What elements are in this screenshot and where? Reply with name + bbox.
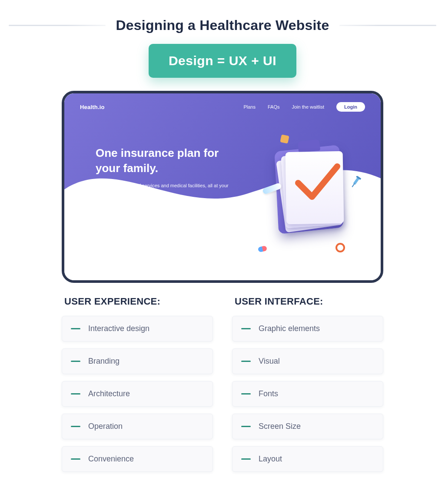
list-item: Convenience bbox=[62, 446, 213, 472]
dash-icon bbox=[71, 458, 80, 460]
ux-title: USER EXPERIENCE: bbox=[64, 296, 213, 307]
list-item: Branding bbox=[62, 348, 213, 374]
mockup-nav-links: Plans FAQs Join the waitlist Login bbox=[243, 102, 365, 112]
ux-column: USER EXPERIENCE: Interactive design Bran… bbox=[62, 296, 213, 479]
mockup-brand: Health.io bbox=[80, 104, 105, 110]
item-label: Fonts bbox=[259, 389, 278, 398]
nav-link-waitlist[interactable]: Join the waitlist bbox=[292, 104, 324, 109]
hero-headline: One insurance plan for your family. bbox=[96, 146, 243, 176]
item-label: Screen Size bbox=[259, 422, 301, 431]
hero-copy: One insurance plan for your family. Up t… bbox=[96, 146, 243, 202]
list-item: Fonts bbox=[232, 381, 383, 407]
nav-link-faqs[interactable]: FAQs bbox=[268, 104, 280, 109]
hero-sub-bold: $100K bbox=[108, 183, 122, 188]
ui-title: USER INTERFACE: bbox=[235, 296, 383, 307]
list-item: Operation bbox=[62, 414, 213, 439]
dash-icon bbox=[71, 426, 80, 427]
list-item: Visual bbox=[232, 348, 383, 374]
dash-icon bbox=[241, 393, 251, 395]
dash-icon bbox=[241, 361, 251, 362]
columns: USER EXPERIENCE: Interactive design Bran… bbox=[62, 296, 383, 479]
equation-badge: Design = UX + UI bbox=[149, 44, 296, 78]
hero-subtext: Up to $100K worth of services and medica… bbox=[96, 182, 243, 197]
page-title: Designing a Healthcare Website bbox=[116, 17, 329, 33]
item-label: Interactive design bbox=[88, 324, 149, 333]
dash-icon bbox=[71, 393, 80, 395]
item-label: Graphic elements bbox=[259, 324, 320, 333]
nav-link-plans[interactable]: Plans bbox=[243, 104, 256, 109]
ring-icon bbox=[335, 243, 345, 252]
hero-sub-pre: Up to bbox=[96, 183, 108, 188]
list-item: Screen Size bbox=[232, 414, 383, 439]
list-item: Interactive design bbox=[62, 316, 213, 342]
mockup-nav: Health.io Plans FAQs Join the waitlist L… bbox=[80, 102, 365, 112]
item-label: Operation bbox=[88, 422, 123, 431]
dash-icon bbox=[241, 328, 251, 329]
dash-icon bbox=[241, 426, 251, 427]
website-mockup: Health.io Plans FAQs Join the waitlist L… bbox=[64, 93, 381, 280]
item-label: Layout bbox=[259, 454, 282, 464]
item-label: Visual bbox=[259, 357, 280, 366]
item-label: Architecture bbox=[88, 389, 130, 398]
list-item: Layout bbox=[232, 446, 383, 472]
list-item: Graphic elements bbox=[232, 316, 383, 342]
dash-icon bbox=[241, 458, 251, 460]
title-row: Designing a Healthcare Website bbox=[9, 17, 436, 33]
divider-left bbox=[9, 25, 106, 26]
divider-right bbox=[339, 25, 436, 26]
dash-icon bbox=[71, 328, 80, 329]
device-frame: Health.io Plans FAQs Join the waitlist L… bbox=[62, 91, 383, 283]
dash-icon bbox=[71, 361, 80, 362]
login-button[interactable]: Login bbox=[336, 102, 365, 112]
pill-icon bbox=[258, 245, 267, 252]
ui-column: USER INTERFACE: Graphic elements Visual … bbox=[232, 296, 383, 479]
item-label: Convenience bbox=[88, 454, 134, 464]
list-item: Architecture bbox=[62, 381, 213, 407]
item-label: Branding bbox=[88, 357, 120, 366]
